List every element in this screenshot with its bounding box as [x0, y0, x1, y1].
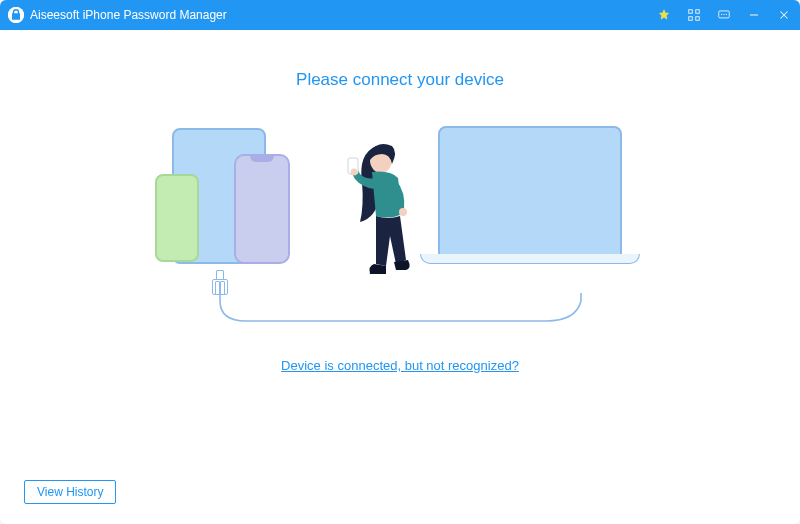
svg-point-15	[399, 208, 407, 216]
app-logo-icon	[8, 7, 24, 23]
menu-grid-icon[interactable]	[686, 7, 702, 23]
svg-point-6	[721, 14, 722, 15]
premium-icon[interactable]	[656, 7, 672, 23]
svg-rect-3	[689, 17, 693, 21]
titlebar: Aiseesoft iPhone Password Manager	[0, 0, 800, 30]
person-illustration	[346, 136, 426, 298]
feedback-icon[interactable]	[716, 7, 732, 23]
close-icon[interactable]	[776, 7, 792, 23]
svg-rect-1	[689, 10, 693, 14]
laptop-icon	[420, 126, 640, 286]
svg-point-14	[351, 169, 358, 176]
minimize-icon[interactable]	[746, 7, 762, 23]
content-area: Please connect your device	[2, 32, 798, 522]
svg-point-7	[723, 14, 724, 15]
connect-instruction: Please connect your device	[296, 70, 504, 90]
app-title: Aiseesoft iPhone Password Manager	[30, 8, 227, 22]
svg-rect-2	[696, 10, 700, 14]
phone-purple-icon	[234, 154, 290, 264]
app-window: Aiseesoft iPhone Password Manager Please…	[0, 0, 800, 524]
device-not-recognized-link[interactable]: Device is connected, but not recognized?	[281, 358, 519, 373]
usb-plug-icon	[212, 270, 228, 296]
view-history-button[interactable]: View History	[24, 480, 116, 504]
titlebar-left: Aiseesoft iPhone Password Manager	[8, 7, 227, 23]
svg-rect-4	[696, 17, 700, 21]
svg-point-8	[726, 14, 727, 15]
phone-green-icon	[155, 174, 199, 262]
connect-illustration	[160, 126, 640, 336]
titlebar-right	[656, 7, 792, 23]
